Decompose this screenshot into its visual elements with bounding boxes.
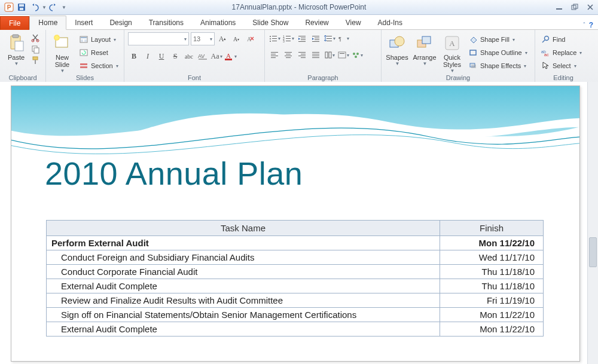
chevron-down-icon: ▼: [450, 68, 455, 74]
group-clipboard-label: Clipboard: [4, 74, 42, 82]
align-text-icon[interactable]: ▾: [337, 49, 349, 61]
font-color-icon[interactable]: A▾: [224, 50, 236, 62]
smartart-icon[interactable]: ▾: [351, 49, 363, 61]
font-name-combo[interactable]: ▾: [128, 32, 189, 45]
tab-slideshow[interactable]: Slide Show: [244, 16, 297, 29]
svg-rect-61: [286, 57, 291, 58]
align-left-icon[interactable]: [269, 49, 280, 61]
grow-font-icon[interactable]: A▴: [216, 33, 228, 45]
svg-rect-52: [327, 41, 332, 41]
align-right-icon[interactable]: [296, 49, 308, 61]
font-size-combo[interactable]: 13▾: [191, 32, 215, 45]
arrange-button[interactable]: Arrange▼: [411, 32, 438, 66]
shapes-button[interactable]: Shapes▼: [385, 32, 409, 66]
shape-outline-button[interactable]: Shape Outline▾: [466, 47, 529, 59]
quick-styles-button[interactable]: AQuick Styles▼: [440, 32, 464, 74]
table-row[interactable]: External Audit CompleteThu 11/18/10: [47, 279, 544, 293]
copy-icon[interactable]: [31, 45, 39, 55]
slide-pane[interactable]: 2010 Annual Plan Task Name Finish Perfor…: [0, 82, 587, 364]
text-direction-icon[interactable]: ¶▾: [337, 32, 349, 44]
table-row[interactable]: Conduct Corporate Financial AuditThu 11/…: [47, 265, 544, 279]
table-row[interactable]: Review and Finalize Audit Results with A…: [47, 293, 544, 308]
shape-fill-button[interactable]: Shape Fill▾: [466, 33, 529, 45]
qat-customize-icon[interactable]: ▼: [62, 5, 66, 10]
italic-icon[interactable]: I: [142, 50, 154, 62]
find-button[interactable]: Find: [539, 33, 584, 45]
undo-icon[interactable]: [29, 2, 39, 13]
ribbon-minimize-icon[interactable]: ˆ: [583, 22, 585, 29]
align-center-icon[interactable]: [282, 49, 294, 61]
text-shadow-icon[interactable]: abc: [183, 50, 195, 62]
bold-icon[interactable]: B: [128, 50, 140, 62]
strikethrough-icon[interactable]: S: [169, 50, 181, 62]
numbering-icon[interactable]: 123▾: [282, 32, 294, 44]
slide-title[interactable]: 2010 Annual Plan: [45, 155, 303, 192]
slide-table[interactable]: Task Name Finish Perform External AuditM…: [46, 220, 544, 337]
clear-formatting-icon[interactable]: A: [244, 33, 256, 45]
close-button[interactable]: [586, 3, 594, 11]
paste-label: Paste: [8, 54, 25, 61]
svg-rect-48: [315, 39, 319, 40]
section-button[interactable]: Section▾: [77, 60, 120, 72]
character-spacing-icon[interactable]: AV: [197, 50, 209, 62]
file-tab[interactable]: File: [0, 16, 29, 30]
tab-animations[interactable]: Animations: [192, 16, 244, 29]
save-icon[interactable]: [16, 2, 27, 13]
arrange-label: Arrange: [413, 54, 436, 61]
paste-button[interactable]: Paste ▼: [4, 32, 29, 66]
svg-rect-39: [286, 38, 291, 39]
scrollbar-thumb[interactable]: [589, 237, 597, 267]
tab-transitions[interactable]: Transitions: [141, 16, 192, 29]
minimize-button[interactable]: [555, 3, 563, 11]
justify-icon[interactable]: [310, 49, 322, 61]
tab-review[interactable]: Review: [297, 16, 337, 29]
columns-icon[interactable]: ▾: [324, 49, 335, 61]
group-slides: New Slide ▼ Layout▾ Reset Section▾ Slide…: [46, 30, 124, 82]
ribbon: Paste ▼ Clipboard New Slide ▼ Layout▾ Re…: [0, 30, 598, 83]
table-row[interactable]: Conduct Foreign and Subsidiary Financial…: [47, 250, 544, 265]
layout-button[interactable]: Layout▾: [77, 33, 120, 45]
replace-button[interactable]: abacReplace▾: [539, 47, 584, 59]
svg-rect-43: [301, 38, 306, 38]
bullets-icon[interactable]: ▾: [269, 32, 280, 44]
undo-dropdown-icon[interactable]: ▼: [42, 5, 47, 10]
table-row[interactable]: External Audit CompleteMon 11/22/10: [47, 322, 544, 337]
select-icon: [541, 61, 550, 71]
redo-icon[interactable]: [48, 2, 59, 13]
format-painter-icon[interactable]: [31, 56, 39, 66]
tab-design[interactable]: Design: [101, 16, 140, 29]
chevron-down-icon: ▼: [423, 61, 428, 66]
svg-rect-35: [272, 41, 277, 41]
line-spacing-icon[interactable]: ▾: [324, 32, 335, 44]
select-button[interactable]: Select▾: [539, 60, 584, 72]
slide[interactable]: 2010 Annual Plan Task Name Finish Perfor…: [11, 85, 580, 362]
underline-icon[interactable]: U: [155, 50, 167, 62]
table-row[interactable]: Sign off on Financial Statements/Obtain …: [47, 308, 544, 322]
decrease-indent-icon[interactable]: [296, 32, 308, 44]
change-case-icon[interactable]: Aa▾: [210, 50, 222, 62]
new-slide-button[interactable]: New Slide ▼: [50, 32, 75, 74]
table-header-task: Task Name: [47, 221, 440, 236]
group-drawing-label: Drawing: [385, 74, 531, 82]
help-icon[interactable]: ?: [589, 21, 593, 29]
table-row[interactable]: Perform External AuditMon 11/22/10: [47, 236, 544, 250]
group-paragraph: ▾ 123▾ ▾ ¶▾ ▾ ▾ ▾ Paragraph: [265, 30, 382, 82]
cut-icon[interactable]: [31, 33, 39, 44]
svg-rect-80: [422, 36, 431, 44]
shape-effects-button[interactable]: Shape Effects▾: [466, 60, 529, 72]
tab-view[interactable]: View: [337, 16, 370, 29]
tab-addins[interactable]: Add-Ins: [370, 16, 411, 29]
chevron-down-icon: ▼: [395, 61, 400, 66]
table-cell-task: Sign off on Financial Statements/Obtain …: [47, 308, 440, 322]
shrink-font-icon[interactable]: A▾: [230, 33, 242, 45]
shape-outline-label: Shape Outline: [480, 49, 522, 56]
vertical-scrollbar[interactable]: [587, 82, 598, 364]
restore-button[interactable]: [570, 3, 579, 11]
tab-home[interactable]: Home: [29, 16, 66, 30]
svg-rect-50: [327, 36, 332, 36]
group-paragraph-label: Paragraph: [269, 74, 377, 82]
increase-indent-icon[interactable]: [310, 32, 322, 44]
tab-insert[interactable]: Insert: [66, 16, 101, 29]
reset-button[interactable]: Reset: [77, 47, 120, 59]
svg-rect-25: [80, 66, 87, 68]
